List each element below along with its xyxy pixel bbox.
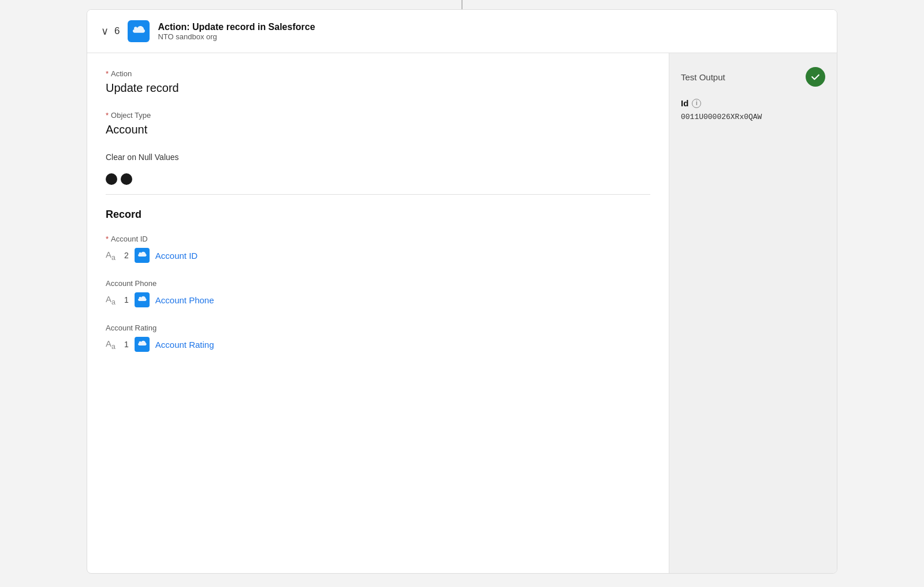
account-rating-link[interactable]: Account Rating (155, 340, 214, 350)
object-type-label: * Object Type (106, 111, 650, 120)
action-field-section: * Action Update record (106, 69, 650, 95)
object-type-value: Account (106, 123, 650, 136)
account-phone-label: Account Phone (106, 279, 650, 288)
record-field-account-rating: Account Rating Aa 1 Account Rating (106, 324, 650, 352)
record-field-account-phone: Account Phone Aa 1 Account Phone (106, 279, 650, 307)
account-rating-step: 1 (124, 340, 129, 349)
account-rating-label: Account Rating (106, 324, 650, 332)
chevron-icon: ∨ (101, 25, 109, 37)
action-label: * Action (106, 69, 650, 78)
account-phone-link[interactable]: Account Phone (155, 295, 214, 305)
output-field-value: 0011U000026XRx0QAW (681, 113, 825, 121)
object-type-field-section: * Object Type Account (106, 111, 650, 136)
account-rating-value-row: Aa 1 Account Rating (106, 337, 650, 352)
success-check-icon (806, 67, 825, 87)
toggle-group[interactable] (106, 173, 650, 185)
action-value: Update record (106, 81, 650, 95)
clear-null-row: Clear on Null Values (106, 153, 650, 162)
info-icon[interactable]: i (692, 99, 701, 108)
step-number: 6 (114, 25, 120, 37)
account-id-link[interactable]: Account ID (155, 251, 198, 261)
account-phone-step: 1 (124, 295, 129, 304)
sf-mini-logo-account-phone (135, 292, 150, 307)
left-panel: * Action Update record * Object Type Acc… (87, 53, 669, 573)
account-phone-value-row: Aa 1 Account Phone (106, 292, 650, 307)
account-id-label: * Account ID (106, 235, 650, 243)
clear-null-label: Clear on Null Values (106, 153, 179, 162)
top-connector (461, 0, 463, 9)
aa-icon-account-phone: Aa (106, 294, 118, 306)
account-id-step: 2 (124, 251, 129, 260)
card-header: ∨ 6 Action: Update record in Salesforce … (87, 10, 837, 53)
aa-icon-account-id: Aa (106, 250, 118, 262)
test-output-title: Test Output (681, 72, 725, 82)
toggle-dot-2[interactable] (121, 173, 132, 185)
action-subtitle: NTO sandbox org (158, 32, 315, 41)
header-titles: Action: Update record in Salesforce NTO … (158, 22, 315, 41)
section-divider (106, 194, 650, 195)
account-id-value-row: Aa 2 Account ID (106, 248, 650, 263)
sf-mini-logo-account-id (135, 248, 150, 263)
collapse-button[interactable]: ∨ (101, 25, 109, 38)
object-type-required-star: * (106, 111, 109, 120)
right-panel: Test Output Id i 0011U000026XRx (669, 53, 837, 573)
card-body: * Action Update record * Object Type Acc… (87, 53, 837, 573)
test-output-header: Test Output (681, 67, 825, 87)
salesforce-logo (128, 20, 150, 42)
action-card: ∨ 6 Action: Update record in Salesforce … (87, 9, 837, 574)
aa-icon-account-rating: Aa (106, 339, 118, 351)
toggle-dot-1[interactable] (106, 173, 117, 185)
account-id-required-star: * (106, 235, 109, 243)
output-field-name: Id i (681, 98, 825, 108)
record-field-account-id: * Account ID Aa 2 Account ID (106, 235, 650, 263)
action-title: Action: Update record in Salesforce (158, 22, 315, 32)
action-required-star: * (106, 69, 109, 78)
record-section-title: Record (106, 209, 650, 221)
sf-mini-logo-account-rating (135, 337, 150, 352)
